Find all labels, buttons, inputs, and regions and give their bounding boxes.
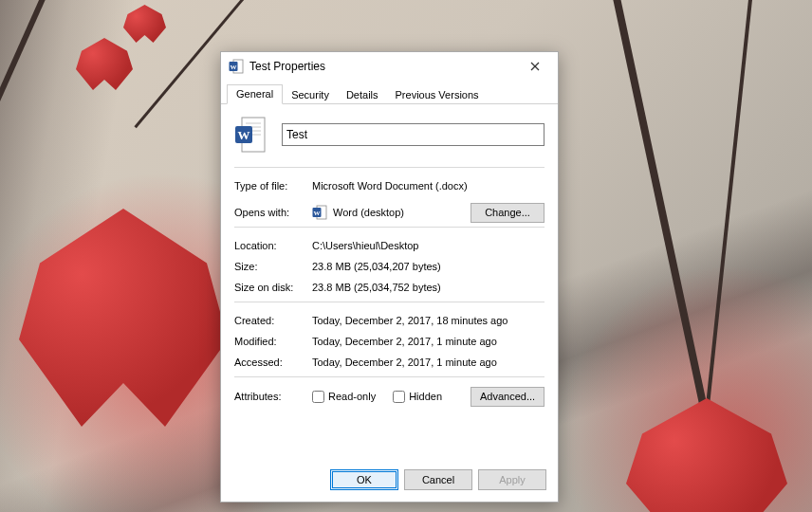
advanced-button[interactable]: Advanced... — [471, 387, 544, 407]
desktop-wallpaper: W Test Properties General Security Detai… — [0, 0, 812, 512]
tabstrip: General Security Details Previous Versio… — [221, 81, 558, 104]
value-created: Today, December 2, 2017, 18 minutes ago — [312, 315, 544, 326]
leaf-decoration — [19, 209, 228, 427]
svg-text:W: W — [314, 210, 321, 217]
dialog-footer: OK Cancel Apply — [221, 462, 558, 502]
word-icon: W — [312, 205, 327, 220]
leaf-decoration — [123, 5, 166, 43]
properties-dialog: W Test Properties General Security Detai… — [220, 51, 559, 503]
close-icon — [530, 62, 540, 71]
word-document-icon: W — [234, 116, 267, 154]
tab-previous-versions[interactable]: Previous Versions — [387, 86, 488, 104]
general-panel: W Type of file: Microsoft Word Document … — [221, 104, 558, 462]
svg-text:W: W — [238, 128, 250, 142]
ok-button[interactable]: OK — [330, 469, 398, 490]
read-only-label: Read-only — [328, 391, 376, 402]
label-modified: Modified: — [234, 336, 312, 347]
label-created: Created: — [234, 315, 312, 326]
close-button[interactable] — [514, 53, 556, 80]
value-modified: Today, December 2, 2017, 1 minute ago — [312, 336, 544, 347]
label-size: Size: — [234, 261, 312, 272]
window-title: Test Properties — [249, 60, 514, 73]
titlebar: W Test Properties — [221, 52, 558, 81]
checkbox-read-only[interactable]: Read-only — [312, 391, 376, 403]
leaf-decoration — [76, 38, 133, 90]
cancel-button[interactable]: Cancel — [404, 469, 472, 490]
value-type-of-file: Microsoft Word Document (.docx) — [312, 180, 544, 192]
svg-text:W: W — [231, 64, 237, 71]
hidden-label: Hidden — [409, 391, 442, 402]
branch-decoration — [0, 0, 52, 261]
label-type-of-file: Type of file: — [234, 180, 312, 192]
label-size-on-disk: Size on disk: — [234, 282, 312, 293]
separator — [234, 302, 544, 302]
leaf-decoration — [626, 398, 787, 512]
word-icon: W — [229, 59, 244, 74]
separator — [234, 227, 544, 228]
value-opens-with: Word (desktop) — [333, 207, 465, 218]
value-location: C:\Users\hieul\Desktop — [312, 240, 544, 251]
separator — [234, 167, 544, 168]
tab-details[interactable]: Details — [338, 86, 387, 104]
read-only-checkbox-input[interactable] — [312, 391, 324, 403]
label-attributes: Attributes: — [234, 391, 312, 402]
hidden-checkbox-input[interactable] — [393, 391, 405, 403]
label-opens-with: Opens with: — [234, 207, 312, 218]
tab-security[interactable]: Security — [283, 86, 338, 104]
value-size: 23.8 MB (25,034,207 bytes) — [312, 261, 544, 272]
tab-general[interactable]: General — [227, 84, 283, 104]
separator — [234, 376, 544, 377]
label-location: Location: — [234, 240, 312, 251]
value-accessed: Today, December 2, 2017, 1 minute ago — [312, 357, 544, 368]
apply-button[interactable]: Apply — [478, 469, 546, 490]
label-accessed: Accessed: — [234, 357, 312, 368]
filename-input[interactable] — [282, 123, 544, 146]
checkbox-hidden[interactable]: Hidden — [393, 391, 442, 403]
change-button[interactable]: Change... — [471, 203, 544, 223]
value-size-on-disk: 23.8 MB (25,034,752 bytes) — [312, 282, 544, 293]
